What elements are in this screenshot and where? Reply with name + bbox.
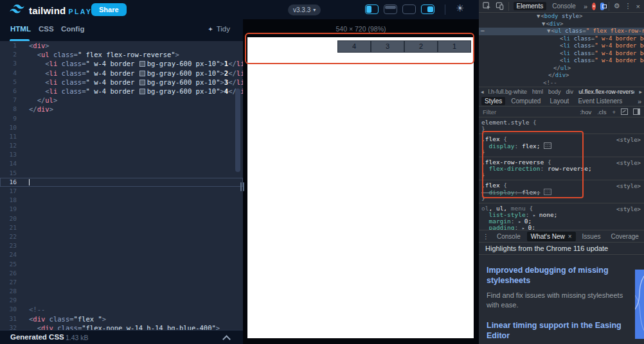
code-line[interactable]: 32 <div class="flex-none w-14 h-14 bg-bl… xyxy=(0,323,243,330)
elements-tree-row[interactable]: <li class=" w-4 border bg-gray-600 px-10… xyxy=(479,35,644,43)
styles-tab-event-listeners[interactable]: Event Listeners xyxy=(575,97,625,105)
drawer-menu-icon[interactable]: ⋮ xyxy=(483,233,489,240)
code-editor[interactable]: 1<div>2 <ul class=" flex flex-row-revers… xyxy=(0,41,243,330)
styles-tab-computed[interactable]: Computed xyxy=(508,97,544,105)
rule-property[interactable]: display: flex; xyxy=(481,189,641,195)
elements-tree-row[interactable]: ⋯▼<ul class=" flex flex-row-reverse"> xyxy=(479,28,644,35)
close-tab-icon[interactable]: × xyxy=(568,233,572,240)
code-line[interactable]: 18 xyxy=(0,196,243,205)
code-line[interactable]: 19 xyxy=(0,205,243,214)
drawer-tab-coverage[interactable]: Coverage xyxy=(607,232,643,241)
code-line[interactable]: 10 xyxy=(0,123,243,132)
code-line[interactable]: 11 xyxy=(0,132,243,141)
code-line[interactable]: 13 xyxy=(0,150,243,159)
flex-editor-icon[interactable] xyxy=(544,142,551,149)
code-line[interactable]: 3 <li class=" w-4 border bg-gray-600 px-… xyxy=(0,59,243,68)
breadcrumb-item[interactable]: l.h-full.bg-white xyxy=(488,89,528,95)
elements-tree-row[interactable]: <li class=" w-4 border bg-gray-600 px-10… xyxy=(479,57,644,65)
code-line[interactable]: 16 xyxy=(0,178,243,187)
code-line[interactable]: 14 xyxy=(0,159,243,168)
styles-tab-styles[interactable]: Styles xyxy=(481,97,505,105)
style-source-link[interactable]: <style> xyxy=(616,160,641,166)
elements-tree-row[interactable]: <li class=" w-4 border bg-gray-600 px-10… xyxy=(479,42,644,50)
code-line[interactable]: 2 <ul class=" flex flex-row-reverse"> xyxy=(0,50,243,59)
filter-chip[interactable]: + xyxy=(612,108,616,116)
code-line[interactable]: 26 xyxy=(0,269,243,278)
inspect-icon[interactable] xyxy=(483,2,491,10)
drawer-tab-console[interactable]: Console xyxy=(493,232,524,241)
rule-property[interactable]: flex-direction: row-reverse; xyxy=(481,166,641,172)
code-line[interactable]: 17 xyxy=(0,187,243,196)
expand-icon[interactable]: ▸ xyxy=(522,225,528,230)
whats-new-link[interactable]: Linear timing support in the Easing Edit… xyxy=(487,320,633,341)
style-source-link[interactable]: <style> xyxy=(616,137,641,143)
breadcrumb-scroll-left-icon[interactable]: ◂ xyxy=(481,89,484,95)
elements-tree-row[interactable]: </ul> xyxy=(479,65,644,73)
code-line[interactable]: 23 xyxy=(0,241,243,250)
row-options-icon[interactable]: ⋯ xyxy=(481,28,484,35)
flex-editor-icon[interactable] xyxy=(544,189,551,195)
rule-property[interactable]: padding: ▸ 0; xyxy=(481,225,641,230)
kebab-menu-icon[interactable]: ⋮ xyxy=(625,2,632,10)
layout-split-vertical-button[interactable] xyxy=(365,4,379,14)
breadcrumb-scroll-right-icon[interactable]: ▸ xyxy=(639,89,642,95)
code-line[interactable]: 28 xyxy=(0,287,243,296)
error-badge-icon[interactable]: × xyxy=(592,3,596,10)
code-line[interactable]: 1<div> xyxy=(0,41,243,50)
devtools-tab-console[interactable]: Console xyxy=(549,2,579,10)
code-line[interactable]: 24 xyxy=(0,250,243,259)
code-line[interactable]: 29 xyxy=(0,296,243,305)
elements-tree-row[interactable]: <li class=" w-4 border bg-gray-600 px-10… xyxy=(479,50,644,58)
elements-tree-row[interactable]: ▼<div> xyxy=(479,21,644,28)
code-line[interactable]: 5 <li class=" w-4 border bg-gray-600 px-… xyxy=(0,78,243,87)
devtools-tab-elements[interactable]: Elements xyxy=(514,2,547,10)
code-line[interactable]: 4 <li class=" w-4 border bg-gray-600 px-… xyxy=(0,69,243,78)
style-source-link[interactable]: <style> xyxy=(616,206,641,212)
elements-tree-row[interactable]: <!-- xyxy=(479,80,644,87)
theme-toggle-sun-icon[interactable]: ☀ xyxy=(452,2,468,15)
code-line[interactable]: 7 </ul> xyxy=(0,96,243,105)
settings-gear-icon[interactable]: ⚙ xyxy=(614,2,620,10)
code-line[interactable]: 6 <li class=" w-4 border bg-gray-600 px-… xyxy=(0,87,243,96)
drawer-tab-what-s-new[interactable]: What's New× xyxy=(527,232,576,241)
layout-preview-button[interactable] xyxy=(421,4,434,14)
element-state-icon[interactable] xyxy=(621,108,628,115)
tidy-button[interactable]: ✦ Tidy xyxy=(208,25,230,33)
code-line[interactable]: 25 xyxy=(0,260,243,269)
code-line[interactable]: 12 xyxy=(0,141,243,150)
device-toolbar-icon[interactable] xyxy=(496,2,504,10)
elements-tree-row[interactable]: ▼<body style> xyxy=(479,13,644,21)
filter-chip[interactable]: .cls xyxy=(597,108,606,116)
expand-icon[interactable]: ▸ xyxy=(533,212,539,218)
code-line[interactable]: 31<div class="flex "> xyxy=(0,314,243,323)
chevron-up-icon[interactable] xyxy=(222,335,231,343)
version-selector[interactable]: v3.3.3 ▾ xyxy=(288,4,321,15)
code-line[interactable]: 30<!-- xyxy=(0,305,243,314)
elements-tree-row[interactable]: </div> xyxy=(479,72,644,80)
styles-tab-layout[interactable]: Layout xyxy=(546,97,572,105)
share-button[interactable]: Share xyxy=(91,3,127,16)
layout-editor-only-button[interactable] xyxy=(402,4,416,14)
code-line[interactable]: 22 xyxy=(0,232,243,241)
breadcrumb-item[interactable]: ul.flex.flex-row-reverse xyxy=(578,89,634,95)
code-line[interactable]: 27 xyxy=(0,278,243,287)
code-line[interactable]: 15 xyxy=(0,169,243,178)
breadcrumb-item[interactable]: div xyxy=(566,89,574,95)
tab-css[interactable]: CSS xyxy=(39,25,54,33)
close-devtools-icon[interactable]: × xyxy=(636,3,640,10)
resize-handle[interactable] xyxy=(240,182,244,191)
computed-sidebar-icon[interactable] xyxy=(633,108,640,115)
breadcrumb-item[interactable]: body xyxy=(548,89,561,95)
generated-css-bar[interactable]: Generated CSS 1.43 kB xyxy=(0,330,243,344)
code-line[interactable]: 8</div> xyxy=(0,105,243,114)
tab-config[interactable]: Config xyxy=(61,25,84,33)
extension-badge-icon[interactable] xyxy=(600,3,604,10)
layout-split-horizontal-button[interactable] xyxy=(384,4,397,14)
drawer-tab-issues[interactable]: Issues xyxy=(578,232,605,241)
breadcrumb-item[interactable]: html xyxy=(532,89,543,95)
code-line[interactable]: 21 xyxy=(0,223,243,232)
tab-html[interactable]: HTML xyxy=(10,25,31,33)
more-sidebar-tabs-icon[interactable]: » xyxy=(638,98,641,105)
code-line[interactable]: 9 xyxy=(0,114,243,123)
more-tabs-icon[interactable]: » xyxy=(584,3,587,10)
